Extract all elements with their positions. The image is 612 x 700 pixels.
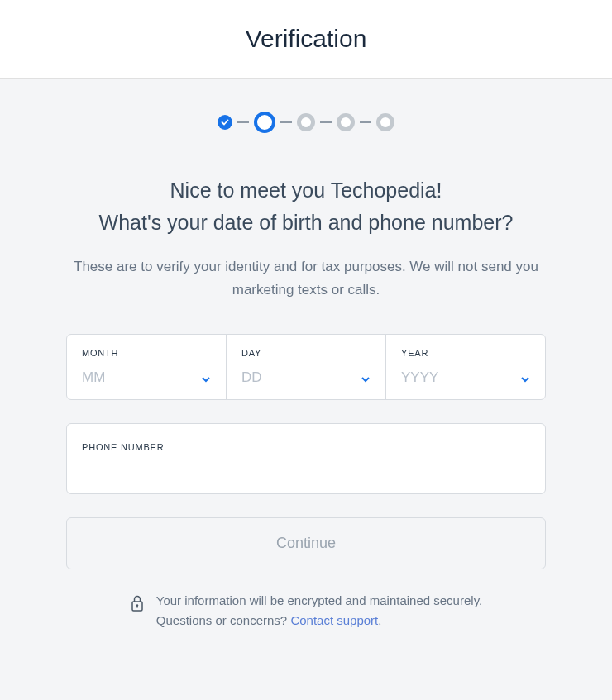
phone-label: PHONE NUMBER (82, 442, 164, 452)
year-label: YEAR (401, 348, 530, 358)
chevron-down-icon (361, 373, 371, 383)
question-prefix: Questions or concerns? (156, 613, 291, 627)
lock-icon (130, 594, 145, 616)
step-dash (320, 121, 332, 123)
phone-field[interactable]: PHONE NUMBER (66, 423, 546, 494)
dob-row: MONTH MM DAY DD YEAR (66, 334, 546, 400)
step-dash (280, 121, 292, 123)
progress-stepper (17, 112, 595, 133)
secure-text: Your information will be encrypted and m… (156, 593, 482, 607)
period: . (378, 613, 381, 627)
step-4-pending (337, 113, 355, 131)
step-2-current (254, 112, 275, 133)
page-title: Verification (0, 25, 612, 53)
month-placeholder: MM (82, 369, 105, 386)
greeting-line-2: What's your date of birth and phone numb… (66, 207, 546, 239)
chevron-down-icon (201, 373, 211, 383)
step-5-pending (376, 113, 394, 131)
step-dash (360, 121, 371, 123)
subtext: These are to verify your identity and fo… (66, 255, 546, 303)
year-placeholder: YYYY (401, 369, 438, 386)
day-placeholder: DD (241, 369, 262, 386)
checkmark-icon (218, 115, 232, 130)
chevron-down-icon (520, 373, 530, 383)
day-label: DAY (241, 348, 371, 358)
year-select[interactable]: YEAR YYYY (386, 335, 545, 399)
step-dash (237, 121, 249, 123)
month-select[interactable]: MONTH MM (67, 335, 227, 399)
greeting-line-1: Nice to meet you Techopedia! (66, 174, 546, 207)
page-header: Verification (0, 0, 612, 79)
greeting-heading: Nice to meet you Techopedia! What's your… (66, 174, 546, 239)
month-label: MONTH (82, 348, 211, 358)
security-note: Your information will be encrypted and m… (91, 591, 521, 631)
step-3-pending (297, 113, 315, 131)
step-1-complete (218, 115, 232, 130)
contact-support-link[interactable]: Contact support (290, 613, 378, 627)
continue-button[interactable]: Continue (66, 517, 546, 569)
day-select[interactable]: DAY DD (227, 335, 386, 399)
main-content: Nice to meet you Techopedia! What's your… (0, 79, 612, 700)
